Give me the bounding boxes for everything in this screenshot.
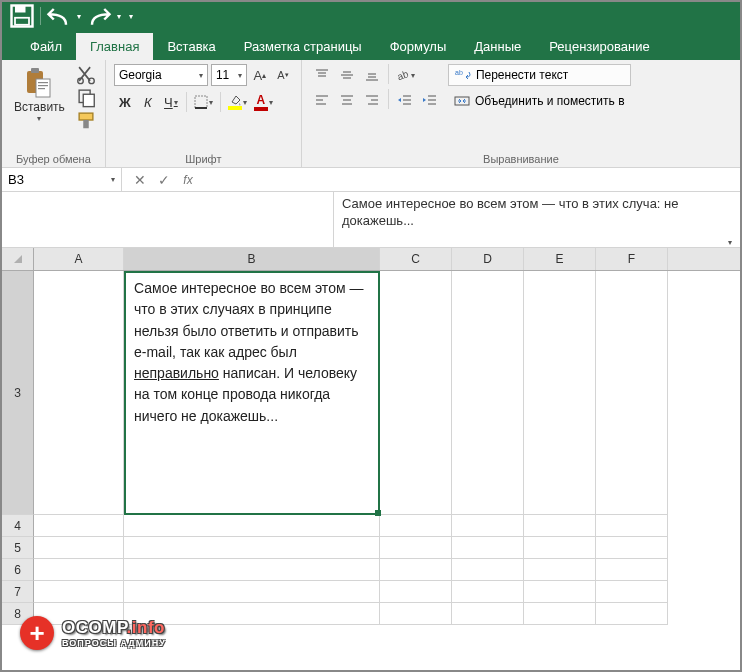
qat-customize-icon[interactable]: ▾ bbox=[125, 4, 137, 28]
paste-button[interactable]: Вставить ▾ bbox=[10, 64, 69, 125]
cell[interactable] bbox=[452, 515, 524, 537]
cell[interactable] bbox=[34, 559, 124, 581]
svg-rect-7 bbox=[38, 85, 48, 86]
column-header-c[interactable]: C bbox=[380, 248, 452, 270]
cell[interactable] bbox=[124, 559, 380, 581]
select-all-corner[interactable] bbox=[2, 248, 34, 270]
logo-text: OCOMP.info bbox=[62, 618, 166, 638]
tab-review[interactable]: Рецензирование bbox=[535, 33, 663, 60]
merge-label: Объединить и поместить в bbox=[475, 94, 625, 108]
cell-a3[interactable] bbox=[34, 271, 124, 515]
cell[interactable] bbox=[380, 537, 452, 559]
cell[interactable] bbox=[380, 603, 452, 625]
cell[interactable] bbox=[524, 581, 596, 603]
align-top-icon[interactable] bbox=[310, 64, 334, 86]
align-center-icon[interactable] bbox=[335, 89, 359, 111]
cell[interactable] bbox=[596, 537, 668, 559]
font-color-button[interactable]: A ▾ bbox=[251, 91, 276, 113]
italic-button[interactable]: К bbox=[137, 91, 159, 113]
tab-home[interactable]: Главная bbox=[76, 33, 153, 60]
cell[interactable] bbox=[380, 515, 452, 537]
orientation-icon[interactable]: ab▾ bbox=[393, 64, 417, 86]
bold-button[interactable]: Ж bbox=[114, 91, 136, 113]
cell-b3[interactable]: Самое интересное во всем этом — что в эт… bbox=[124, 271, 380, 515]
increase-indent-icon[interactable] bbox=[418, 89, 442, 111]
cell[interactable] bbox=[124, 581, 380, 603]
cell[interactable] bbox=[34, 515, 124, 537]
cell[interactable] bbox=[596, 559, 668, 581]
cell[interactable] bbox=[124, 537, 380, 559]
cell[interactable] bbox=[596, 581, 668, 603]
column-header-e[interactable]: E bbox=[524, 248, 596, 270]
cancel-formula-icon[interactable]: ✕ bbox=[128, 169, 152, 191]
grow-font-icon[interactable]: A▴ bbox=[250, 64, 270, 86]
tab-file[interactable]: Файл bbox=[16, 33, 76, 60]
cell[interactable] bbox=[34, 537, 124, 559]
merge-center-button[interactable]: Объединить и поместить в bbox=[448, 90, 631, 112]
formula-expand-icon[interactable]: ▾ bbox=[720, 192, 740, 247]
align-bottom-icon[interactable] bbox=[360, 64, 384, 86]
align-middle-icon[interactable] bbox=[335, 64, 359, 86]
cell[interactable] bbox=[452, 603, 524, 625]
decrease-indent-icon[interactable] bbox=[393, 89, 417, 111]
cell[interactable] bbox=[596, 603, 668, 625]
format-painter-icon[interactable] bbox=[75, 110, 97, 130]
font-size-dropdown[interactable]: 11 ▾ bbox=[211, 64, 247, 86]
name-box[interactable]: B3 ▾ bbox=[2, 168, 122, 191]
fill-color-button[interactable]: ▾ bbox=[225, 91, 250, 113]
cell-e3[interactable] bbox=[524, 271, 596, 515]
cell[interactable] bbox=[524, 603, 596, 625]
cell[interactable] bbox=[596, 515, 668, 537]
copy-icon[interactable] bbox=[75, 87, 97, 107]
row-header-7[interactable]: 7 bbox=[2, 581, 34, 603]
column-header-b[interactable]: B bbox=[124, 248, 380, 270]
redo-dropdown-icon[interactable]: ▾ bbox=[113, 4, 125, 28]
undo-dropdown-icon[interactable]: ▾ bbox=[73, 4, 85, 28]
wrap-text-button[interactable]: ab Перенести текст bbox=[448, 64, 631, 86]
underline-label: Ч bbox=[164, 95, 173, 110]
row-header-5[interactable]: 5 bbox=[2, 537, 34, 559]
redo-icon[interactable] bbox=[85, 4, 113, 28]
row-header-3[interactable]: 3 bbox=[2, 271, 34, 515]
column-header-f[interactable]: F bbox=[596, 248, 668, 270]
cell[interactable] bbox=[524, 559, 596, 581]
cell-d3[interactable] bbox=[452, 271, 524, 515]
tab-data[interactable]: Данные bbox=[460, 33, 535, 60]
font-name-dropdown[interactable]: Georgia ▾ bbox=[114, 64, 208, 86]
formula-bar[interactable]: Самое интересное во всем этом — что в эт… bbox=[2, 192, 740, 248]
cell-c3[interactable] bbox=[380, 271, 452, 515]
cut-icon[interactable] bbox=[75, 64, 97, 84]
cell[interactable] bbox=[34, 581, 124, 603]
svg-rect-4 bbox=[31, 68, 39, 73]
enter-formula-icon[interactable]: ✓ bbox=[152, 169, 176, 191]
undo-icon[interactable] bbox=[45, 4, 73, 28]
cell[interactable] bbox=[452, 581, 524, 603]
tab-insert[interactable]: Вставка bbox=[153, 33, 229, 60]
cell[interactable] bbox=[380, 581, 452, 603]
cell[interactable] bbox=[452, 537, 524, 559]
row-header-4[interactable]: 4 bbox=[2, 515, 34, 537]
chevron-down-icon: ▾ bbox=[199, 71, 203, 80]
cell[interactable] bbox=[124, 515, 380, 537]
insert-function-icon[interactable]: fx bbox=[176, 169, 200, 191]
svg-text:ab: ab bbox=[396, 68, 410, 82]
group-label-font: Шрифт bbox=[114, 151, 293, 165]
cell[interactable] bbox=[380, 559, 452, 581]
column-header-a[interactable]: A bbox=[34, 248, 124, 270]
tab-page-layout[interactable]: Разметка страницы bbox=[230, 33, 376, 60]
underline-button[interactable]: Ч▾ bbox=[160, 91, 182, 113]
align-left-icon[interactable] bbox=[310, 89, 334, 111]
save-icon[interactable] bbox=[8, 4, 36, 28]
cell[interactable] bbox=[524, 537, 596, 559]
name-box-value: B3 bbox=[8, 172, 24, 187]
borders-button[interactable]: ▾ bbox=[191, 91, 216, 113]
cell-f3[interactable] bbox=[596, 271, 668, 515]
row-header-6[interactable]: 6 bbox=[2, 559, 34, 581]
cell[interactable] bbox=[524, 515, 596, 537]
column-header-d[interactable]: D bbox=[452, 248, 524, 270]
align-right-icon[interactable] bbox=[360, 89, 384, 111]
tab-formulas[interactable]: Формулы bbox=[376, 33, 461, 60]
cell[interactable] bbox=[452, 559, 524, 581]
shrink-font-icon[interactable]: A▾ bbox=[273, 64, 293, 86]
ribbon-group-alignment: ab▾ ab Перенести текст Об bbox=[302, 60, 740, 167]
